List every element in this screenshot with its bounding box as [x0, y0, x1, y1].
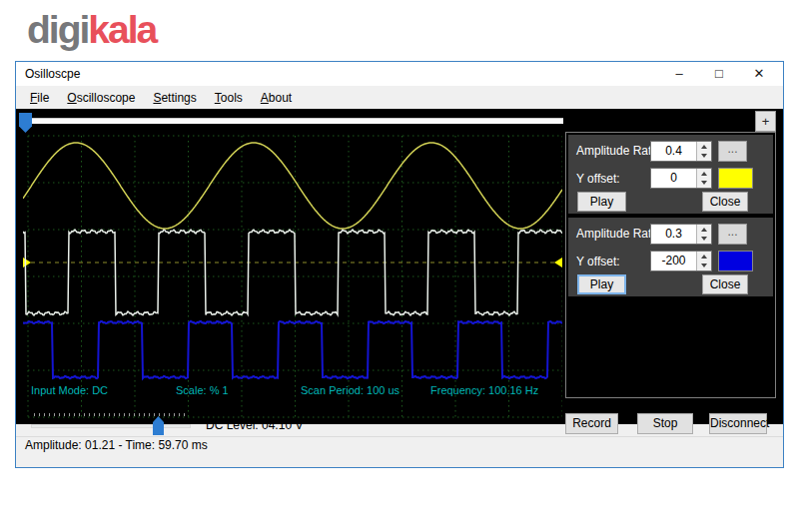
stop-scan-button[interactable]: Stop Scan	[637, 413, 693, 434]
page: digikala Osilloscpe – □ ✕ File Oscillosc…	[0, 0, 799, 532]
maximize-icon[interactable]: □	[699, 62, 739, 86]
dc-level-slider-ticks	[34, 413, 187, 416]
menu-about[interactable]: About	[252, 88, 301, 108]
window-controls: – □ ✕	[659, 62, 779, 86]
disconnect-button[interactable]: Disconnect	[709, 413, 767, 434]
lower-controls: DC Level: 04.10 V Record Stop Scan Disco…	[16, 109, 783, 454]
minimize-icon[interactable]: –	[659, 62, 699, 86]
menu-settings[interactable]: Settings	[144, 88, 205, 108]
close-icon[interactable]: ✕	[739, 62, 779, 86]
digikala-logo: digikala	[27, 8, 156, 52]
menu-file[interactable]: File	[21, 88, 58, 108]
status-bar: Amplitude: 01.21 - Time: 59.70 ms	[16, 436, 783, 453]
logo-text-gray: digi	[27, 8, 88, 51]
menu-oscilloscope[interactable]: Oscilloscope	[58, 88, 144, 108]
titlebar: Osilloscpe – □ ✕	[16, 62, 783, 86]
menubar: File Oscilloscope Settings Tools About	[16, 86, 783, 109]
logo-text-red: kala	[88, 8, 156, 51]
dc-level-label: DC Level: 04.10 V	[206, 418, 303, 432]
oscilloscope-window: Osilloscpe – □ ✕ File Oscilloscope Setti…	[15, 61, 784, 468]
record-button[interactable]: Record	[565, 413, 618, 434]
window-title: Osilloscpe	[25, 62, 80, 86]
dc-level-slider-thumb[interactable]	[153, 416, 164, 435]
menu-tools[interactable]: Tools	[206, 88, 252, 108]
dc-level-slider-track[interactable]	[31, 424, 191, 428]
